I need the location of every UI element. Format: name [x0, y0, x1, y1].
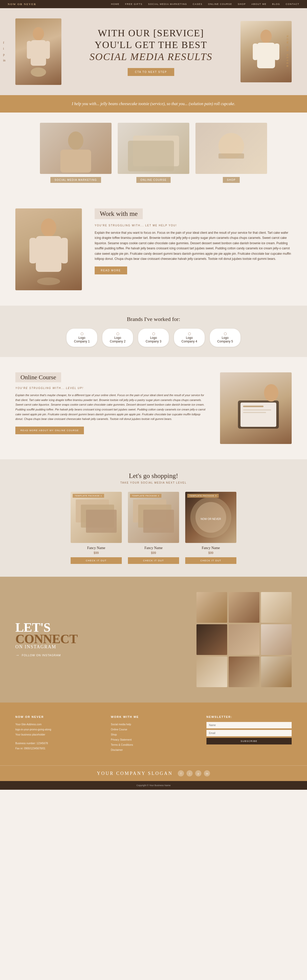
footer-col-newsletter: Newsletter: SUBSCRIBE: [207, 715, 292, 752]
brand-logo-2: ◯ LogoCompany 2: [102, 329, 133, 347]
brands-title: Brands I've worked for:: [15, 316, 292, 323]
check-it-button-2[interactable]: CHECK IT OUT: [128, 557, 179, 564]
svg-point-18: [41, 218, 56, 237]
instagram-cell-5[interactable]: [229, 624, 259, 655]
instagram-cell-9[interactable]: [261, 657, 292, 687]
course-struggling-label: YOU'RE STRUGGLING WITH... LEVEL UP!: [15, 386, 207, 390]
work-image: [15, 208, 82, 290]
facebook-icon[interactable]: f: [3, 41, 5, 45]
footer-col-brand: NOW OR NEVER Your-Site-Address.com logo-…: [15, 715, 100, 752]
work-right-content: Work with me YOU'RE STRUGGLING WITH... L…: [95, 208, 292, 274]
hero-heading: WITH OUR [SERVICE] YOU'LL GET THE BEST S…: [72, 27, 230, 63]
course-body-text: Explain the service that's maybe cheaper…: [15, 393, 207, 422]
logo-icon-4: ◯: [181, 332, 197, 335]
svg-rect-26: [243, 409, 271, 410]
footer-work-title: Work with me: [111, 715, 196, 718]
card-shop[interactable]: SHOP: [196, 123, 267, 183]
footer-business-nr: Business number: 12345678: [15, 741, 100, 746]
footer-fax: Fax nr: 0900/12345678/01: [15, 746, 100, 751]
on-instagram-text: ON INSTAGRAM: [15, 645, 186, 649]
brand-name-2: LogoCompany 2: [110, 336, 126, 343]
newsletter-subscribe-button[interactable]: SUBSCRIBE: [207, 738, 292, 745]
hero-cta-button[interactable]: CTA TO NEXT STEP: [128, 68, 174, 76]
svg-rect-11: [60, 150, 91, 173]
tagline-section: I help you with... jelly beans cheesecak…: [0, 95, 307, 113]
brand-name-3: LogoCompany 3: [146, 336, 161, 343]
brand-logo-3: ◯ LogoCompany 3: [138, 329, 169, 347]
three-images-section: SOCIAL MEDIA MARKETING ONLINE COURSE SHO…: [0, 113, 307, 193]
footer-link-privacy[interactable]: Privacy Statement: [111, 737, 196, 742]
footer-business-placeholder[interactable]: Your business placeholder: [15, 732, 100, 737]
nav-social-media[interactable]: SOCIAL MEDIA MARKETING: [148, 3, 187, 5]
course-image: [220, 372, 292, 444]
social-media-label[interactable]: SOCIAL MEDIA MARKETING: [50, 177, 101, 183]
instagram-cell-4[interactable]: [196, 624, 227, 655]
nav-shop[interactable]: SHOP: [238, 3, 246, 5]
footer-link-disclaimer[interactable]: Disclaimer: [111, 748, 196, 752]
svg-point-4: [31, 67, 46, 77]
work-section: Work with me YOU'RE STRUGGLING WITH... L…: [0, 193, 307, 305]
instagram-cell-3[interactable]: [261, 592, 292, 623]
online-course-label[interactable]: ONLINE COURSE: [136, 177, 171, 183]
footer-address[interactable]: Your-Site-Address.com: [15, 722, 100, 727]
svg-rect-2: [27, 41, 32, 59]
footer-link-course[interactable]: Online Course: [111, 727, 196, 732]
instagram-cell-7[interactable]: [196, 657, 227, 687]
footer-facebook-icon[interactable]: f: [178, 770, 184, 776]
product-price-2: $99: [128, 551, 179, 555]
newsletter-email-input[interactable]: [207, 730, 292, 736]
svg-rect-31: [86, 510, 117, 533]
svg-rect-17: [218, 153, 244, 159]
check-it-button-1[interactable]: CHECK IT OUT: [71, 557, 122, 564]
footer-link-social[interactable]: Social media help: [111, 722, 196, 727]
product-card-2: TEMPLATE PACKAGE 2 Fancy Name $99 CHECK …: [128, 492, 179, 564]
footer-instagram-icon[interactable]: i: [186, 770, 192, 776]
logo-icon-1: ◯: [74, 332, 90, 335]
nav-free-gifts[interactable]: FREE GIFTS: [125, 3, 143, 5]
shop-label[interactable]: SHOP: [223, 177, 240, 183]
footer-link-shop[interactable]: Shop: [111, 732, 196, 737]
hero-right-image: [240, 21, 292, 82]
svg-rect-8: [274, 43, 279, 60]
nav-cases[interactable]: CASES: [192, 3, 202, 5]
instagram-left: LET'S CONNECT ON INSTAGRAM → FOLLOW ON I…: [15, 622, 186, 657]
nav-online-course[interactable]: ONLINE COURSE: [208, 3, 232, 5]
footer-linkedin-icon[interactable]: in: [204, 770, 210, 776]
nav-home[interactable]: HOME: [111, 3, 119, 5]
logo-icon-3: ◯: [145, 332, 162, 335]
instagram-follow-action[interactable]: → FOLLOW ON INSTAGRAM: [15, 653, 186, 657]
follow-label: FOLLOW ON INSTAGRAM: [22, 654, 61, 657]
course-cta-button[interactable]: READ MORE ABOUT MY ONLINE COURSE: [15, 426, 84, 434]
work-read-more-button[interactable]: READ MORE: [95, 266, 127, 274]
footer-logo-link[interactable]: logo-in-your-promo-going-along: [15, 727, 100, 732]
linkedin-icon[interactable]: in: [3, 59, 5, 62]
instagram-cell-2[interactable]: [229, 592, 259, 623]
card-social-media[interactable]: SOCIAL MEDIA MARKETING: [40, 123, 111, 183]
footer-newsletter-title: Newsletter:: [207, 715, 292, 718]
hero-left-image: [15, 18, 61, 85]
nav-links: HOME FREE GIFTS SOCIAL MEDIA MARKETING C…: [111, 3, 299, 5]
copyright-text: Copyright © Your Business Name: [15, 784, 292, 787]
instagram-cell-6[interactable]: [261, 624, 292, 655]
footer-link-terms[interactable]: Terms & Conditions: [111, 742, 196, 748]
product-image-1: TEMPLATE PACKAGE 1: [71, 492, 122, 543]
card-online-course[interactable]: ONLINE COURSE: [118, 123, 189, 183]
nav-about[interactable]: ABOUT ME: [251, 3, 267, 5]
check-it-button-3[interactable]: CHECK IT OUT: [185, 557, 236, 564]
brand-logo-1: ◯ LogoCompany 1: [67, 329, 97, 347]
pinterest-icon[interactable]: p: [3, 52, 5, 57]
connect-text: CONNECT: [15, 632, 78, 646]
course-left-content: Online Course YOU'RE STRUGGLING WITH... …: [15, 372, 207, 434]
brand-name-4: LogoCompany 4: [181, 336, 197, 343]
instagram-icon[interactable]: i: [3, 47, 5, 51]
instagram-cell-8[interactable]: [229, 657, 259, 687]
newsletter-name-input[interactable]: [207, 722, 292, 729]
footer-slogan-text: YOUR COMPANY SLOGAN: [97, 771, 173, 776]
footer-pinterest-icon[interactable]: p: [195, 770, 201, 776]
nav-logo[interactable]: NOW OR NEVER: [8, 3, 36, 6]
hero-vertical-brand: NOW OR NEVER: [286, 35, 289, 68]
svg-rect-1: [31, 40, 46, 66]
nav-blog[interactable]: BLOG: [272, 3, 280, 5]
nav-contact[interactable]: CONTACT: [286, 3, 299, 5]
instagram-cell-1[interactable]: [196, 592, 227, 623]
